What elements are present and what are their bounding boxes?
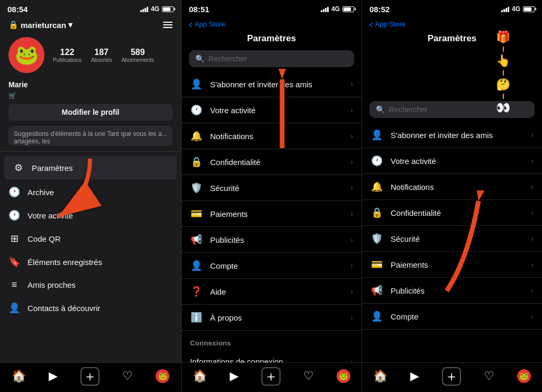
- publicites-label-mid: Publicités: [210, 235, 244, 244]
- confidentialite-label-right: Confidentialité: [391, 208, 441, 217]
- settings-item-securite[interactable]: 🛡️ Sécurité ›: [182, 175, 362, 201]
- profile-nav-right[interactable]: 🐸: [517, 369, 531, 383]
- home-nav-mid[interactable]: 🏠: [193, 369, 207, 383]
- settings-item-compte[interactable]: 👤 Compte ›: [182, 253, 362, 279]
- reels-nav-left[interactable]: ▶: [49, 369, 58, 383]
- chevron-activite-right: ›: [531, 157, 534, 165]
- qr-icon: ⊞: [8, 233, 20, 244]
- add-nav-mid[interactable]: ＋: [261, 367, 281, 386]
- signal-icon-mid: [321, 6, 329, 12]
- chevron-paiements-right: ›: [531, 260, 534, 269]
- home-nav-right[interactable]: 🏠: [373, 369, 387, 383]
- settings-item-aide[interactable]: ❓ Aide ›: [182, 279, 362, 305]
- emoji-think: 🤔: [496, 77, 510, 93]
- settings-item-apropos[interactable]: ℹ️ À propos ›: [182, 305, 362, 331]
- hamburger-menu-button[interactable]: [163, 22, 173, 28]
- avatar: 🐸: [8, 37, 44, 73]
- settings-item-paiements[interactable]: 💳 Paiements ›: [182, 201, 362, 227]
- middle-panel: 08:51 4G ‹ App Store Paramètres 🔍 Recher…: [182, 0, 362, 392]
- chevron-compte-right: ›: [531, 312, 534, 321]
- settings-icon: ⚙: [13, 162, 24, 174]
- search-icon-mid: 🔍: [195, 54, 204, 63]
- settings-item-confidentialite-right[interactable]: 🔒 Confidentialité ›: [362, 200, 542, 226]
- chevron-aide-mid: ›: [350, 287, 353, 296]
- heart-nav-left[interactable]: ♡: [122, 369, 133, 383]
- settings-item-sabonner[interactable]: 👤 S'abonner et inviter des amis ›: [182, 71, 362, 97]
- suggestion-box: Suggestions d'éléments à la une Tant que…: [8, 126, 173, 146]
- chevron-publicites-right: ›: [531, 286, 534, 295]
- battery-icon-mid: [342, 6, 354, 12]
- chevron-publicites-mid: ›: [350, 235, 353, 244]
- emoji-point: 👆: [496, 53, 510, 69]
- signal-icon-right: [501, 6, 509, 12]
- securite-icon-mid: 🛡️: [190, 182, 203, 194]
- settings-item-connexion[interactable]: Informations de connexion ›: [182, 350, 362, 362]
- profile-nav-mid[interactable]: 🐸: [337, 369, 350, 383]
- bottom-nav-mid: 🏠 ▶ ＋ ♡ 🐸: [182, 362, 362, 392]
- activity-icon: 🕐: [8, 209, 20, 221]
- settings-item-sabonner-right[interactable]: 👤 S'abonner et inviter des amis ›: [362, 122, 542, 148]
- back-button-right[interactable]: ‹ App Store: [362, 17, 542, 32]
- menu-item-contacts[interactable]: 👤 Contacts à découvrir: [0, 296, 181, 320]
- profile-nav-left[interactable]: 🐸: [156, 369, 169, 383]
- divider-1: [0, 151, 181, 152]
- search-placeholder-mid: Rechercher: [209, 54, 247, 63]
- settings-item-notifs-right[interactable]: 🔔 Notifications ›: [362, 174, 542, 200]
- settings-item-publicites-right[interactable]: 📢 Publicités ›: [362, 278, 542, 304]
- sabonner-icon-right: 👤: [371, 129, 383, 141]
- signal-icon-left: [140, 6, 148, 12]
- notifs-icon-mid: 🔔: [190, 130, 203, 142]
- status-time-mid: 08:51: [189, 5, 209, 14]
- home-nav-left[interactable]: 🏠: [12, 369, 26, 383]
- heart-nav-mid[interactable]: ♡: [303, 369, 314, 383]
- menu-item-amis[interactable]: ≡ Amis proches: [0, 274, 181, 296]
- back-button-mid[interactable]: ‹ App Store: [182, 17, 362, 32]
- menu-label-archive: Archive: [28, 188, 54, 197]
- right-panel: 08:52 4G ‹ App Store Paramètres 🎁 👆 🤔 👀 …: [362, 0, 542, 392]
- left-top-bar: 🔒 marieturcan ▾: [0, 17, 181, 32]
- confidentialite-label-mid: Confidentialité: [210, 158, 260, 167]
- settings-item-confidentialite[interactable]: 🔒 Confidentialité ›: [182, 149, 362, 175]
- add-nav-right[interactable]: ＋: [442, 367, 461, 386]
- menu-item-archive[interactable]: 🕐 Archive: [0, 180, 181, 204]
- settings-item-publicites[interactable]: 📢 Publicités ›: [182, 227, 362, 253]
- settings-list-mid: 👤 S'abonner et inviter des amis › 🕐 Votr…: [182, 71, 362, 362]
- settings-item-securite-right[interactable]: 🛡️ Sécurité ›: [362, 226, 542, 252]
- edit-profile-button[interactable]: Modifier le profil: [8, 104, 173, 121]
- chevron-compte-mid: ›: [350, 261, 353, 270]
- chevron-confidentialite-right: ›: [531, 208, 534, 217]
- bottom-nav-left: 🏠 ▶ ＋ ♡ 🐸: [0, 362, 181, 392]
- profile-name: Marie: [0, 78, 181, 91]
- status-bar-mid: 08:51 4G: [182, 0, 362, 17]
- stat-publications: 122 Publications: [53, 48, 82, 63]
- search-bar-mid[interactable]: 🔍 Rechercher: [189, 50, 354, 67]
- paiements-label-mid: Paiements: [210, 209, 248, 218]
- settings-item-notifs[interactable]: 🔔 Notifications ›: [182, 123, 362, 149]
- settings-item-activite-right[interactable]: 🕐 Votre activité ›: [362, 148, 542, 174]
- securite-label-mid: Sécurité: [210, 184, 239, 193]
- add-nav-left[interactable]: ＋: [80, 367, 100, 386]
- settings-item-compte-right[interactable]: 👤 Compte ›: [362, 304, 542, 330]
- paiements-icon-mid: 💳: [190, 208, 203, 220]
- confidentialite-icon-mid: 🔒: [190, 156, 203, 168]
- publicites-label-right: Publicités: [391, 286, 424, 295]
- network-label-mid: 4G: [331, 5, 340, 13]
- activite-label-mid: Votre activité: [210, 106, 256, 115]
- publicites-icon-right: 📢: [371, 285, 383, 296]
- notifs-label-mid: Notifications: [210, 132, 254, 141]
- settings-item-activite[interactable]: 🕐 Votre activité ›: [182, 97, 362, 123]
- heart-nav-right[interactable]: ♡: [484, 369, 494, 383]
- reels-nav-right[interactable]: ▶: [410, 369, 419, 383]
- menu-item-activite[interactable]: 🕐 Votre activité: [0, 204, 181, 227]
- chevron-activite-mid: ›: [350, 106, 353, 114]
- sabonner-icon: 👤: [190, 78, 203, 90]
- paiements-icon-right: 💳: [371, 259, 383, 270]
- chevron-down-icon: ▾: [68, 20, 73, 30]
- reels-nav-mid[interactable]: ▶: [230, 369, 239, 383]
- menu-item-elements[interactable]: 🔖 Éléments enregistrés: [0, 250, 181, 274]
- menu-item-qr[interactable]: ⊞ Code QR: [0, 227, 181, 250]
- settings-item-paiements-right[interactable]: 💳 Paiements ›: [362, 252, 542, 278]
- page-title-mid: Paramètres: [182, 32, 362, 48]
- menu-item-parametres[interactable]: ⚙ Paramètres: [4, 156, 177, 179]
- abonnements-count: 589: [121, 48, 154, 57]
